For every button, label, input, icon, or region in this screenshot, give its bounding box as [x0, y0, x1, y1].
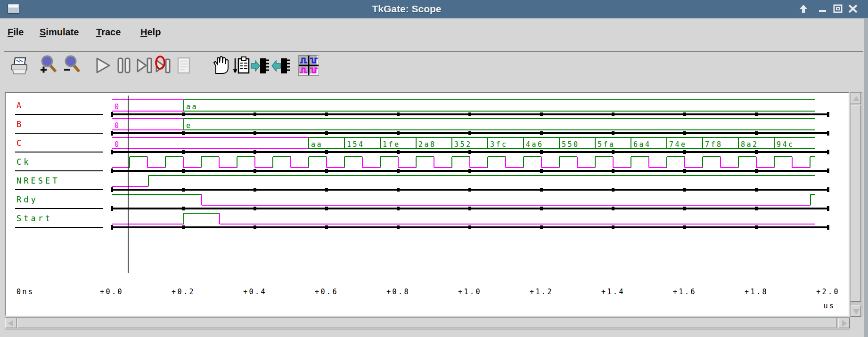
- pan-icon[interactable]: [211, 55, 232, 77]
- window-title: TkGate: Scope: [0, 0, 813, 18]
- step-breakpoint-icon[interactable]: [154, 55, 174, 77]
- scroll-left-button[interactable]: [5, 318, 16, 328]
- print-icon[interactable]: [9, 55, 30, 77]
- menu-trace[interactable]: Trace: [96, 25, 121, 39]
- scope-window-icon[interactable]: [298, 55, 319, 77]
- pause-icon[interactable]: [114, 55, 135, 77]
- app-window: TkGate: Scope FileSimulateTraceHelp: [0, 0, 868, 337]
- menu-simulate[interactable]: Simulate: [40, 25, 79, 39]
- scroll-right-button[interactable]: [838, 318, 850, 328]
- toolbar-separator: [4, 51, 863, 52]
- zoom-out-icon[interactable]: [63, 55, 84, 77]
- waveform-panel[interactable]: [5, 92, 849, 316]
- menu-bar: FileSimulateTraceHelp: [0, 18, 868, 51]
- menu-help[interactable]: Help: [140, 25, 161, 39]
- close-button[interactable]: [847, 4, 859, 14]
- scroll-down-button[interactable]: [851, 305, 861, 317]
- probe-attach-icon[interactable]: [250, 55, 270, 77]
- minimize-button[interactable]: [817, 4, 828, 14]
- shade-button[interactable]: [798, 4, 809, 14]
- title-bar[interactable]: TkGate: Scope: [0, 0, 868, 18]
- step-icon[interactable]: [135, 55, 156, 77]
- logfile-icon[interactable]: [231, 55, 252, 77]
- scroll-up-button[interactable]: [851, 93, 861, 104]
- window-right-border: [864, 18, 868, 337]
- run-icon[interactable]: [93, 55, 114, 77]
- horizontal-scrollbar-thumb[interactable]: [17, 318, 836, 328]
- menu-file[interactable]: File: [8, 25, 24, 39]
- toolbar: [0, 53, 868, 91]
- maximize-button[interactable]: [832, 4, 843, 14]
- vertical-scrollbar[interactable]: [850, 92, 862, 317]
- page-icon[interactable]: [173, 55, 194, 77]
- horizontal-scrollbar[interactable]: [5, 317, 850, 329]
- probe-detach-icon[interactable]: [270, 55, 291, 77]
- vertical-scrollbar-thumb[interactable]: [851, 105, 861, 302]
- zoom-in-icon[interactable]: [40, 55, 60, 77]
